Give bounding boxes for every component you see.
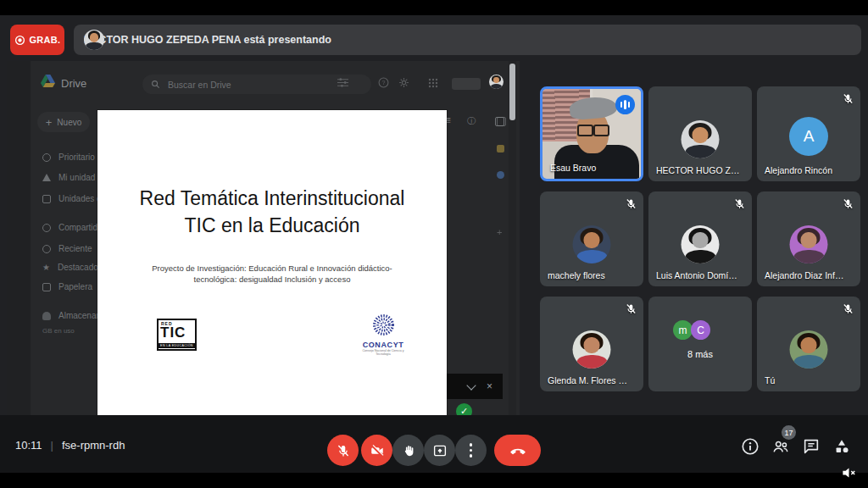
avatar xyxy=(790,225,828,263)
glasses-right xyxy=(593,125,609,136)
mic-off-icon xyxy=(625,197,637,210)
plus-icon: + xyxy=(46,116,53,129)
mic-off-icon xyxy=(842,92,854,105)
drive-app-name: Drive xyxy=(61,77,86,90)
participant-name: HECTOR HUGO Z… xyxy=(656,165,739,175)
keep-icon[interactable] xyxy=(497,145,504,152)
participant-name: Alejandro Diaz Inf… xyxy=(765,270,843,280)
letter-avatar: A xyxy=(789,117,828,156)
help-icon[interactable]: ? xyxy=(378,77,389,88)
conacyt-mark-icon xyxy=(372,313,395,336)
tasks-icon[interactable] xyxy=(497,171,504,179)
avatar xyxy=(790,330,828,369)
camera-off-icon xyxy=(370,443,385,458)
apps-grid-icon[interactable] xyxy=(428,78,438,88)
meeting-details-button[interactable] xyxy=(741,437,760,456)
present-icon xyxy=(432,443,448,458)
mic-off-icon xyxy=(625,302,637,315)
more-options-button[interactable] xyxy=(455,435,487,466)
sidebar-item-prioritario[interactable]: Prioritario xyxy=(42,152,95,162)
participant-tile-tu[interactable]: Tú xyxy=(757,297,860,391)
sidebar-item-mi-unidad[interactable]: Mi unidad xyxy=(42,173,95,182)
mic-off-icon xyxy=(336,443,351,458)
participant-tile-overflow[interactable]: m C 8 más xyxy=(648,297,752,391)
settings-gear-icon[interactable] xyxy=(398,77,409,88)
activities-button[interactable] xyxy=(832,437,851,456)
camera-toggle-button[interactable] xyxy=(361,435,392,466)
presenter-avatar xyxy=(84,30,104,50)
participant-name: Tú xyxy=(765,375,775,385)
screenshot-root: GRAB. HECTOR HUGO ZEPEDA PENA está prese… xyxy=(0,0,868,488)
raised-hand-icon xyxy=(401,443,416,458)
details-info-icon[interactable]: ⓘ xyxy=(467,115,476,127)
presentation-slide: Red Temática Interinstitucional TIC en l… xyxy=(97,110,447,415)
storage-usage-text: GB en uso xyxy=(42,327,75,335)
avatar xyxy=(573,330,611,369)
participant-tile-machely[interactable]: machely flores xyxy=(540,191,643,286)
mic-off-icon xyxy=(842,197,854,210)
trash-icon xyxy=(42,283,51,291)
mic-off-icon xyxy=(842,302,854,315)
participant-name: machely flores xyxy=(548,270,605,280)
leave-call-button[interactable] xyxy=(494,435,541,466)
meet-window: GRAB. HECTOR HUGO ZEPEDA PENA está prese… xyxy=(0,15,868,473)
sidebar-item-reciente[interactable]: Reciente xyxy=(42,244,92,253)
more-vert-icon xyxy=(470,443,473,458)
speaker-muted-icon[interactable] xyxy=(841,465,857,480)
clock-time: 10:11 xyxy=(15,439,42,452)
participant-name: Glenda M. Flores … xyxy=(548,375,627,385)
meeting-info: 10:11 | fse-rpmn-rdh xyxy=(15,439,125,452)
sidebar-label: Mi unidad xyxy=(58,173,95,182)
drive-new-button[interactable]: + Nuevo xyxy=(37,112,90,132)
raise-hand-button[interactable] xyxy=(392,435,424,466)
priority-icon xyxy=(42,153,51,162)
mic-toggle-button[interactable] xyxy=(327,435,359,466)
presenter-status-text: HECTOR HUGO ZEPEDA PENA está presentando xyxy=(84,34,331,46)
drive-search-placeholder: Buscar en Drive xyxy=(168,80,231,90)
drive-logo-icon xyxy=(41,75,55,87)
separator: | xyxy=(51,439,53,452)
overflow-avatar-1: m xyxy=(673,320,693,340)
participants-button[interactable] xyxy=(771,437,790,456)
participant-count-badge: 17 xyxy=(782,425,796,440)
chevron-down-icon[interactable] xyxy=(466,380,476,390)
shared-drives-icon xyxy=(42,195,51,203)
call-end-icon xyxy=(509,441,527,460)
participant-tile-glenda[interactable]: Glenda M. Flores … xyxy=(540,297,643,391)
participant-tile-alejandro-rincon[interactable]: A Alejandro Rincón xyxy=(757,86,860,181)
drive-account-avatar[interactable] xyxy=(489,75,504,89)
participant-tile-hector[interactable]: HECTOR HUGO Z… xyxy=(648,86,752,181)
avatar-letter: A xyxy=(804,127,815,146)
starred-icon: ★ xyxy=(42,263,50,272)
workspace-badge xyxy=(452,78,481,90)
meet-bottom-bar: 10:11 | fse-rpmn-rdh xyxy=(0,415,868,473)
add-panel-icon[interactable]: + xyxy=(497,227,502,237)
scrollbar-thumb[interactable] xyxy=(509,64,515,120)
participant-tile-alejandro-diaz[interactable]: Alejandro Diaz Inf… xyxy=(757,191,860,286)
present-screen-button[interactable] xyxy=(424,435,455,466)
participant-name: Luis Antonio Domí… xyxy=(656,270,737,280)
participant-tile-esau-bravo[interactable]: Esau Bravo xyxy=(540,86,643,181)
close-icon[interactable]: × xyxy=(487,381,492,391)
overflow-count-label: 8 más xyxy=(648,349,752,359)
calendar-icon[interactable] xyxy=(497,117,506,126)
shared-with-me-icon xyxy=(42,224,51,232)
avatar xyxy=(573,225,611,263)
my-drive-icon xyxy=(42,174,51,181)
chat-button[interactable] xyxy=(802,437,821,456)
sidebar-label: Reciente xyxy=(58,244,92,253)
sidebar-item-papelera[interactable]: Papelera xyxy=(42,282,92,291)
mic-off-icon xyxy=(733,197,746,210)
participant-name: Esau Bravo xyxy=(550,163,596,173)
recent-icon xyxy=(42,245,51,253)
participant-name: Alejandro Rincón xyxy=(765,165,832,175)
drive-new-label: Nuevo xyxy=(57,118,81,127)
slide-title: Red Temática Interinstitucional TIC en l… xyxy=(97,185,447,239)
redtic-logo: RED TIC EN LA EDUCACIÓN xyxy=(157,319,197,351)
search-icon xyxy=(151,80,160,89)
svg-text:?: ? xyxy=(382,80,386,86)
tune-icon[interactable] xyxy=(337,78,348,87)
sidebar-item-destacados[interactable]: ★ Destacados xyxy=(42,263,103,272)
participant-tile-luis-antonio[interactable]: Luis Antonio Domí… xyxy=(648,191,752,286)
recording-button[interactable]: GRAB. xyxy=(10,25,64,55)
